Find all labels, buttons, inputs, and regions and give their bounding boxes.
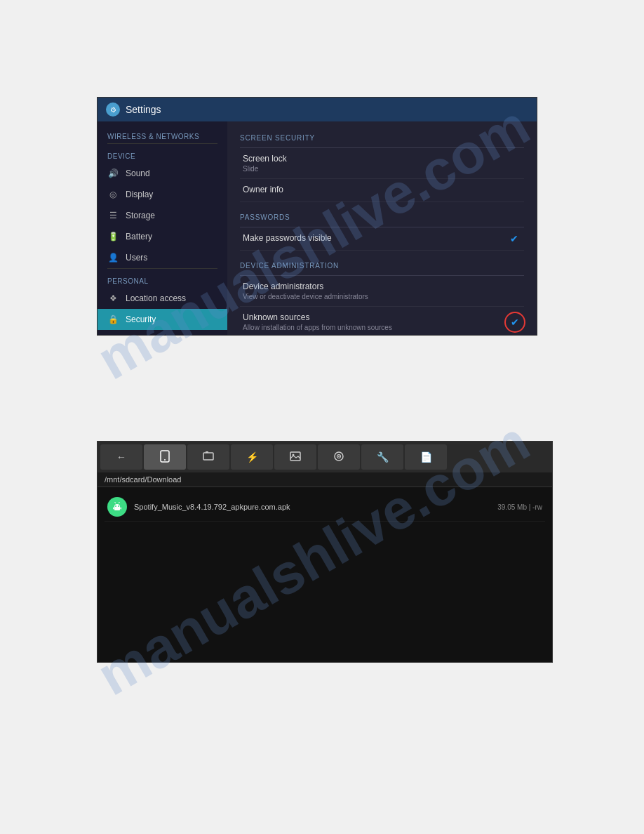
sidebar-item-storage-label: Storage (126, 211, 155, 220)
sidebar-item-users[interactable]: 👤 Users (98, 247, 227, 268)
battery-icon: 🔋 (107, 231, 119, 242)
sidebar-item-storage[interactable]: ☰ Storage (98, 205, 227, 226)
file-name: Spotify_Music_v8.4.19.792_apkpure.com.ap… (134, 503, 490, 511)
settings-main-content: SCREEN SECURITY Screen lock Slide Owner … (227, 121, 537, 335)
sidebar-divider-2 (107, 268, 217, 269)
sound-icon: 🔊 (107, 168, 119, 179)
usb-icon: ⚡ (246, 451, 258, 463)
unknown-sources-title: Unknown sources (243, 312, 521, 322)
file-meta: 39.05 Mb | -rw (497, 503, 542, 511)
settings-title: Settings (126, 104, 161, 115)
screen-lock-row[interactable]: Screen lock Slide (240, 148, 524, 179)
settings-screenshot: ⚙ Settings WIRELESS & NETWORKS DEVICE 🔊 … (97, 97, 537, 336)
svg-point-10 (118, 505, 119, 507)
sidebar-section-personal: PERSONAL (98, 272, 227, 288)
display-icon: ◎ (107, 189, 119, 200)
settings-app-icon: ⚙ (106, 102, 120, 117)
internal-storage-icon (159, 450, 171, 465)
sidebar-item-battery-label: Battery (126, 232, 152, 241)
storage-icon: ☰ (107, 210, 119, 221)
sidebar-section-device: DEVICE (98, 147, 227, 163)
sidebar-item-location[interactable]: ❖ Location access (98, 288, 227, 309)
device-admins-subtitle: View or deactivate device administrators (243, 293, 521, 300)
screen-lock-subtitle: Slide (243, 165, 521, 173)
external-storage-icon (203, 451, 214, 464)
section-title-passwords: PASSWORDS (240, 213, 524, 221)
file-icon: 📄 (420, 451, 432, 463)
filemanager-screenshot: ← ⚡ (97, 441, 553, 663)
video-icon (333, 451, 344, 464)
file-row[interactable]: Spotify_Music_v8.4.19.792_apkpure.com.ap… (105, 493, 545, 522)
unknown-sources-subtitle: Allow installation of apps from unknown … (243, 324, 521, 331)
svg-rect-14 (121, 508, 122, 510)
unknown-sources-circle-highlight: ✔ (504, 312, 525, 333)
svg-rect-2 (203, 453, 213, 460)
back-icon: ← (116, 451, 126, 463)
sidebar-section-wireless: WIRELESS & NETWORKS (98, 127, 227, 143)
location-icon: ❖ (107, 293, 119, 304)
filemanager-toolbar: ← ⚡ (98, 442, 552, 472)
svg-rect-4 (290, 452, 300, 461)
sidebar-item-location-label: Location access (126, 293, 186, 303)
toolbar-external-button[interactable] (187, 444, 229, 470)
section-title-screen-security: SCREEN SECURITY (240, 134, 524, 142)
gap-1 (240, 202, 524, 211)
svg-point-8 (338, 456, 340, 457)
device-admins-title: Device administrators (243, 282, 521, 291)
toolbar-images-button[interactable] (274, 444, 316, 470)
toolbar-file-button[interactable]: 📄 (405, 444, 447, 470)
unknown-sources-row[interactable]: Unknown sources Allow installation of ap… (240, 307, 524, 335)
toolbar-internal-button[interactable] (144, 444, 186, 470)
sidebar-item-display[interactable]: ◎ Display (98, 184, 227, 205)
device-admins-row[interactable]: Device administrators View or deactivate… (240, 276, 524, 307)
sidebar-item-display-label: Display (126, 190, 153, 199)
sidebar-item-security-label: Security (126, 315, 156, 324)
sidebar-item-language[interactable]: A Language & input (98, 330, 227, 335)
owner-info-row[interactable]: Owner info (240, 179, 524, 202)
screen-lock-title: Screen lock (243, 154, 521, 164)
filemanager-empty-space (98, 581, 552, 663)
sidebar-item-security[interactable]: 🔒 Security (98, 309, 227, 330)
settings-body: WIRELESS & NETWORKS DEVICE 🔊 Sound ◎ Dis… (98, 121, 537, 335)
toolbar-tools-button[interactable]: 🔧 (361, 444, 403, 470)
svg-rect-13 (113, 508, 114, 510)
sidebar-item-sound-label: Sound (126, 168, 150, 178)
svg-point-9 (115, 505, 116, 507)
sidebar-item-users-label: Users (126, 253, 147, 263)
filemanager-content: Spotify_Music_v8.4.19.792_apkpure.com.ap… (98, 487, 552, 581)
sidebar-item-battery[interactable]: 🔋 Battery (98, 226, 227, 247)
make-passwords-check: ✔ (510, 233, 518, 244)
toolbar-usb-button[interactable]: ⚡ (231, 444, 273, 470)
toolbar-back-button[interactable]: ← (100, 444, 142, 470)
filemanager-path-bar: /mnt/sdcard/Download (98, 472, 552, 487)
svg-point-1 (164, 459, 166, 461)
settings-titlebar: ⚙ Settings (98, 98, 537, 121)
toolbar-video-button[interactable] (318, 444, 360, 470)
tools-icon: 🔧 (377, 451, 389, 463)
gap-2 (240, 251, 524, 259)
make-passwords-title: Make passwords visible (243, 233, 521, 243)
owner-info-title: Owner info (243, 185, 521, 194)
section-title-device-admin: DEVICE ADMINISTRATION (240, 262, 524, 270)
sidebar-item-sound[interactable]: 🔊 Sound (98, 163, 227, 184)
android-app-icon (107, 497, 127, 517)
make-passwords-row[interactable]: Make passwords visible ✔ (240, 227, 524, 251)
settings-sidebar: WIRELESS & NETWORKS DEVICE 🔊 Sound ◎ Dis… (98, 121, 227, 335)
svg-line-12 (119, 502, 120, 503)
sidebar-divider-1 (107, 143, 217, 144)
svg-rect-3 (206, 451, 208, 453)
images-icon (290, 451, 301, 464)
security-icon: 🔒 (107, 314, 119, 325)
svg-line-11 (115, 502, 116, 503)
users-icon: 👤 (107, 252, 119, 263)
current-path: /mnt/sdcard/Download (105, 475, 181, 484)
unknown-sources-check: ✔ (511, 317, 519, 328)
